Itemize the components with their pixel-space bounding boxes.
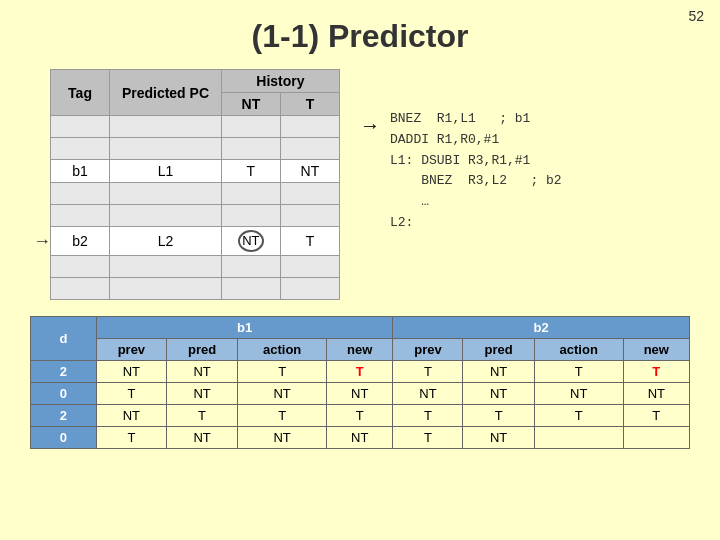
code-section: → BNEZ R1,L1 ; b1 DADDI R1,R0,#1 L1: DSU… [360,69,690,300]
bottom-table-cell: T [623,361,689,383]
predictor-table-wrapper: Tag Predicted PC History NT T [50,69,340,300]
table-row [51,116,340,138]
bottom-table-cell [534,427,623,449]
sub-b1-prev: prev [96,339,166,361]
bottom-table-cell: T [96,427,166,449]
b1-pc: L1 [110,160,222,183]
bottom-table-cell: T [463,405,534,427]
bottom-table-cell: NT [327,427,393,449]
bottom-table-cell: 2 [31,405,97,427]
sub-b1-action: action [238,339,327,361]
col-header-history: History [221,70,339,93]
bottom-table-row: 0TNTNTNTTNT [31,427,690,449]
col-header-predicted-pc: Predicted PC [110,70,222,116]
bottom-table-cell: NT [463,427,534,449]
table-row-b2: → b2 L2 NT T [51,227,340,256]
bottom-table-cell: T [327,405,393,427]
b2-nt-circle: NT [238,230,264,252]
b1-tag: b1 [51,160,110,183]
sub-b1-new: new [327,339,393,361]
sub-b1-pred: pred [166,339,237,361]
bottom-table-cell: T [238,361,327,383]
bottom-table-cell: NT [166,361,237,383]
page-number: 52 [688,8,704,24]
col-header-nt: NT [221,93,280,116]
bottom-table-cell: NT [393,383,463,405]
b2-nt: NT [221,227,280,256]
bottom-table-cell: T [623,405,689,427]
bottom-table-cell: NT [623,383,689,405]
bottom-table-row: 2NTTTTTTTT [31,405,690,427]
bottom-table-cell: NT [166,383,237,405]
bottom-table-cell: T [534,361,623,383]
b2-arrow: → [33,231,51,252]
b1-t: NT [280,160,339,183]
bottom-table-cell: NT [96,405,166,427]
bottom-table-cell: NT [238,427,327,449]
table-row [51,256,340,278]
bottom-table-cell [623,427,689,449]
b2-tag: → b2 [51,227,110,256]
bottom-table-cell: T [393,427,463,449]
bottom-table-cell: NT [238,383,327,405]
bottom-table-cell: NT [166,427,237,449]
predictor-section: Tag Predicted PC History NT T [30,69,340,300]
group-b2-header: b2 [393,317,690,339]
table-row [51,205,340,227]
code-line-4: BNEZ R3,L2 ; b2 [390,171,562,192]
bottom-table-cell: T [166,405,237,427]
group-b1-header: b1 [96,317,393,339]
bottom-table-cell: NT [463,361,534,383]
b1-nt: T [221,160,280,183]
bottom-table-cell: 0 [31,383,97,405]
code-line-2: DADDI R1,R0,#1 [390,130,562,151]
code-block: BNEZ R1,L1 ; b1 DADDI R1,R0,#1 L1: DSUBI… [390,109,562,234]
bottom-table-cell: NT [327,383,393,405]
bottom-table-cell: T [393,405,463,427]
predictor-table: Tag Predicted PC History NT T [50,69,340,300]
bottom-table-cell: T [327,361,393,383]
sub-b2-pred: pred [463,339,534,361]
b2-pc: L2 [110,227,222,256]
bottom-table-cell: T [238,405,327,427]
sub-b2-prev: prev [393,339,463,361]
bottom-table-cell: 2 [31,361,97,383]
table-row [51,278,340,300]
bottom-table-cell: 0 [31,427,97,449]
code-line-6: L2: [390,213,562,234]
table-row-b1: b1 L1 T NT [51,160,340,183]
b2-t: T [280,227,339,256]
bottom-table-cell: NT [534,383,623,405]
bottom-table-cell: NT [463,383,534,405]
bottom-table: d b1 b2 prev pred action new prev pred a… [30,316,690,449]
code-arrow: → [360,109,380,141]
col-d-header: d [31,317,97,361]
table-row [51,183,340,205]
page-title: (1-1) Predictor [0,0,720,69]
sub-b2-action: action [534,339,623,361]
bottom-table-row: 0TNTNTNTNTNTNTNT [31,383,690,405]
col-header-t: T [280,93,339,116]
sub-b2-new: new [623,339,689,361]
code-line-1: BNEZ R1,L1 ; b1 [390,109,562,130]
bottom-table-cell: T [534,405,623,427]
bottom-section: d b1 b2 prev pred action new prev pred a… [0,300,720,449]
code-line-3: L1: DSUBI R3,R1,#1 [390,151,562,172]
col-header-tag: Tag [51,70,110,116]
bottom-table-cell: NT [96,361,166,383]
code-line-5: … [390,192,562,213]
table-row [51,138,340,160]
bottom-table-row: 2NTNTTTTNTTT [31,361,690,383]
bottom-table-cell: T [393,361,463,383]
bottom-table-cell: T [96,383,166,405]
